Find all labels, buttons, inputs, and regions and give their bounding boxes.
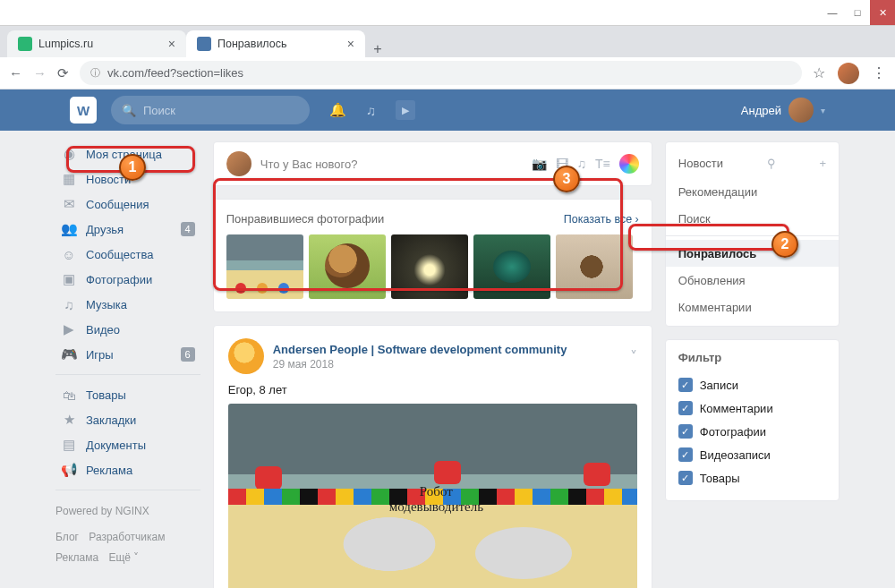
photo-thumbnail[interactable] <box>556 234 633 299</box>
favicon-icon <box>197 37 211 51</box>
vk-logo-icon[interactable]: W <box>70 97 97 124</box>
sidebar-item-bookmarks[interactable]: ★Закладки <box>55 407 200 432</box>
music-attach-icon[interactable]: ♫ <box>577 157 587 171</box>
filter-icon[interactable]: ⚲ <box>767 157 776 170</box>
post: Andersen People | Software development c… <box>213 325 652 588</box>
sidebar-label: Игры <box>86 348 114 362</box>
checkbox-icon[interactable]: ✓ <box>678 378 693 392</box>
checkbox-icon[interactable]: ✓ <box>678 424 693 439</box>
filter-row[interactable]: ✓Товары <box>678 466 826 490</box>
liked-heading: Понравившиеся фотографии <box>226 212 384 226</box>
rnav-item-comments[interactable]: Комментарии <box>666 294 839 320</box>
search-placeholder: Поиск <box>143 104 175 117</box>
annotation-number: 3 <box>553 166 580 192</box>
post-date[interactable]: 29 мая 2018 <box>273 358 567 371</box>
sidebar-item-market[interactable]: 🛍Товары <box>55 382 200 407</box>
sidebar-item-music[interactable]: ♫Музыка <box>55 292 200 317</box>
search-input[interactable]: 🔍 Поиск <box>111 96 310 124</box>
vk-header: W 🔍 Поиск 🔔 ♫ ▶ Андрей ▾ <box>0 89 895 131</box>
sidebar-label: Документы <box>86 439 146 452</box>
browser-addressbar: ← → ⟳ ⓘ vk.com/feed?section=likes ☆ ⋮ <box>0 57 895 89</box>
close-tab-icon[interactable]: × <box>347 37 354 51</box>
post-text: Егор, 8 лет <box>228 383 637 396</box>
checkbox-icon[interactable]: ✓ <box>678 471 693 485</box>
username-label: Андрей <box>741 104 781 117</box>
chevron-down-icon[interactable]: ˅ <box>630 348 637 365</box>
filter-row[interactable]: ✓Комментарии <box>678 396 826 420</box>
user-menu[interactable]: Андрей ▾ <box>741 98 825 123</box>
sidebar-item-games[interactable]: 🎮Игры6 <box>55 342 200 367</box>
checkbox-icon[interactable]: ✓ <box>678 401 693 415</box>
window-minimize[interactable]: — <box>820 0 845 25</box>
filter-row[interactable]: ✓Записи <box>678 373 826 396</box>
footer-link[interactable]: Реклама <box>55 551 98 564</box>
back-icon[interactable]: ← <box>9 65 22 81</box>
window-close[interactable]: ✕ <box>870 0 895 25</box>
market-icon: 🛍 <box>61 388 77 403</box>
camera-icon[interactable]: 📷 <box>532 157 547 171</box>
reload-icon[interactable]: ⟳ <box>57 65 69 81</box>
new-tab-button[interactable]: + <box>365 41 390 57</box>
sidebar-label: Фотографии <box>86 273 152 286</box>
footer-link[interactable]: Ещё ˅ <box>108 551 139 564</box>
filter-row[interactable]: ✓Фотографии <box>678 420 826 443</box>
sidebar-item-video[interactable]: ▶Видео <box>55 317 200 342</box>
sidebar-item-ads[interactable]: 📢Реклама <box>55 457 200 482</box>
sidebar-item-messages[interactable]: ✉Сообщения <box>55 192 200 217</box>
rnav-item-search[interactable]: Поиск <box>666 205 839 232</box>
close-tab-icon[interactable]: × <box>168 37 175 51</box>
sidebar-item-docs[interactable]: ▤Документы <box>55 432 200 457</box>
rnav-item-updates[interactable]: Обновления <box>666 267 839 294</box>
url-input[interactable]: ⓘ vk.com/feed?section=likes <box>80 61 802 85</box>
music-icon[interactable]: ♫ <box>366 103 376 118</box>
filter-label: Фотографии <box>700 425 766 439</box>
browser-tab[interactable]: Lumpics.ru × <box>7 30 186 57</box>
menu-dots-icon[interactable]: ⋮ <box>872 64 886 81</box>
palette-icon[interactable] <box>619 154 639 174</box>
favicon-icon <box>18 37 32 51</box>
composer[interactable]: Что у Вас нового? 📷 🎞 ♫ T≡ <box>213 141 652 186</box>
annotation-number: 1 <box>119 154 146 181</box>
liked-photos-block: Понравившиеся фотографии Показать все › <box>213 199 652 312</box>
sidebar-label: Реклама <box>86 464 132 477</box>
sidebar-item-friends[interactable]: 👥Друзья4 <box>55 217 200 242</box>
profile-avatar-icon[interactable] <box>838 63 859 84</box>
rnav-item-liked[interactable]: Понравилось <box>666 240 839 267</box>
notifications-icon[interactable]: 🔔 <box>329 102 346 118</box>
bookmarks-icon: ★ <box>61 412 77 428</box>
post-author[interactable]: Andersen People | Software development c… <box>273 343 567 356</box>
rnav-item-recommend[interactable]: Рекомендации <box>666 178 839 205</box>
sidebar-item-communities[interactable]: ☺Сообщества <box>55 242 200 267</box>
photo-thumbnail[interactable] <box>391 234 468 299</box>
post-image[interactable] <box>228 404 637 588</box>
checkbox-icon[interactable]: ✓ <box>678 447 693 462</box>
avatar-icon <box>226 151 251 176</box>
window-maximize[interactable]: □ <box>845 0 870 25</box>
rnav-heading[interactable]: Новости <box>678 157 723 170</box>
search-icon: 🔍 <box>122 104 136 117</box>
sidebar-item-photos[interactable]: ▣Фотографии <box>55 267 200 292</box>
author-avatar-icon[interactable] <box>228 338 264 374</box>
tab-title: Понравилось <box>217 38 287 50</box>
photo-thumbnail[interactable] <box>309 234 386 299</box>
play-icon[interactable]: ▶ <box>396 100 415 120</box>
annotation-number: 2 <box>771 231 798 258</box>
url-text: vk.com/feed?section=likes <box>107 66 243 80</box>
sidebar-footer: Powered by NGINX Блог Разработчикам Рекл… <box>55 501 200 567</box>
photo-thumbnail[interactable] <box>473 234 550 299</box>
badge: 4 <box>181 222 195 236</box>
filter-label: Записи <box>700 379 738 392</box>
bookmark-star-icon[interactable]: ☆ <box>813 64 825 81</box>
video-icon: ▶ <box>61 321 77 337</box>
footer-link[interactable]: Блог <box>55 531 79 543</box>
browser-tab-active[interactable]: Понравилось × <box>186 30 365 57</box>
photo-thumbnail[interactable] <box>226 234 303 299</box>
filter-row[interactable]: ✓Видеозаписи <box>678 443 826 466</box>
show-all-link[interactable]: Показать все › <box>564 213 639 226</box>
music-nav-icon: ♫ <box>61 297 77 312</box>
browser-tabbar: Lumpics.ru × Понравилось × + <box>0 26 895 57</box>
footer-link[interactable]: Разработчикам <box>89 531 165 543</box>
chevron-right-icon: › <box>635 213 639 226</box>
text-format-icon[interactable]: T≡ <box>595 157 610 171</box>
add-icon[interactable]: + <box>819 157 826 170</box>
